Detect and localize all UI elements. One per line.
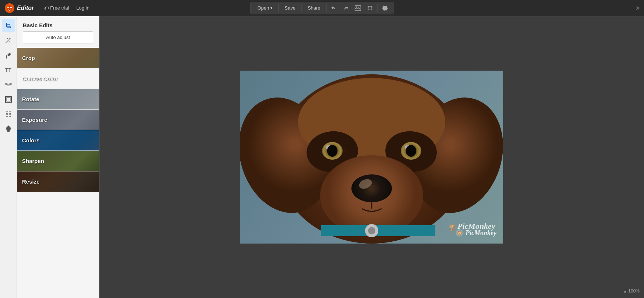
toolbar-divider-4 bbox=[378, 4, 378, 12]
image-button[interactable] bbox=[353, 4, 364, 13]
edit-item-rotate[interactable]: Rotate bbox=[17, 89, 99, 110]
save-button[interactable]: Save bbox=[281, 4, 299, 12]
auto-adjust-button[interactable]: Auto adjust bbox=[23, 31, 93, 43]
sidebar-item-paint[interactable] bbox=[2, 49, 15, 62]
sidebar-item-seasonal[interactable] bbox=[2, 122, 15, 135]
sidebar-item-effects[interactable] bbox=[2, 78, 15, 91]
edit-item-canvas-color[interactable]: Canvas Color bbox=[17, 68, 99, 89]
toolbar-divider-3 bbox=[326, 4, 327, 12]
edit-item-label-sharpen: Sharpen bbox=[17, 151, 99, 171]
wand-icon bbox=[5, 37, 12, 44]
nav-links: 🏷 Free trial Log in bbox=[41, 4, 92, 12]
topbar: Editor 🏷 Free trial Log in Open ▾ Save S… bbox=[0, 0, 644, 16]
chevron-down-icon: ▾ bbox=[270, 6, 272, 10]
toolbar-center: Open ▾ Save Share bbox=[250, 2, 393, 14]
undo-button[interactable] bbox=[329, 4, 339, 13]
edit-item-label-canvas-color: Canvas Color bbox=[17, 68, 99, 89]
svg-rect-7 bbox=[6, 96, 11, 102]
settings-button[interactable] bbox=[380, 4, 390, 13]
sidebar-item-touchup[interactable] bbox=[2, 34, 15, 47]
svg-point-24 bbox=[10, 116, 11, 117]
svg-point-18 bbox=[7, 114, 8, 115]
edit-item-label-colors: Colors bbox=[17, 130, 99, 150]
sidebar-item-crop-tool[interactable] bbox=[2, 19, 15, 32]
frame-icon bbox=[5, 96, 12, 103]
crop-icon bbox=[5, 22, 12, 29]
open-button[interactable]: Open ▾ bbox=[254, 4, 276, 12]
svg-point-12 bbox=[10, 111, 11, 112]
butterfly-icon bbox=[4, 81, 13, 88]
svg-point-2 bbox=[7, 7, 9, 8]
svg-point-14 bbox=[7, 113, 8, 114]
edit-item-resize[interactable]: Resize bbox=[17, 171, 99, 192]
resize-button[interactable] bbox=[365, 4, 375, 13]
canvas-area: 🐵 PicMonkey ▲ 100% bbox=[99, 16, 644, 298]
svg-point-3 bbox=[10, 7, 12, 8]
sidebar-item-text[interactable]: TT bbox=[2, 63, 15, 77]
logo-text: Editor bbox=[17, 5, 34, 11]
edit-item-sharpen[interactable]: Sharpen bbox=[17, 151, 99, 171]
text-icon: TT bbox=[5, 67, 11, 73]
edit-item-crop[interactable]: Crop bbox=[17, 48, 99, 68]
gear-icon bbox=[382, 5, 388, 11]
login-link[interactable]: Log in bbox=[74, 4, 92, 12]
close-button[interactable]: × bbox=[636, 4, 640, 12]
edit-item-label-crop: Crop bbox=[17, 48, 99, 68]
tag-icon: 🏷 bbox=[44, 6, 49, 11]
main-content: TT Basic Edit bbox=[0, 16, 644, 298]
main-image-container: 🐵 PicMonkey bbox=[240, 71, 503, 244]
edit-item-label-resize: Resize bbox=[17, 171, 99, 192]
edit-item-colors[interactable]: Colors bbox=[17, 130, 99, 151]
resize-icon bbox=[367, 5, 373, 11]
sidebar-item-frames[interactable] bbox=[2, 93, 15, 106]
sidebar-item-textures[interactable] bbox=[2, 107, 15, 121]
toolbar-divider-1 bbox=[278, 4, 279, 12]
edit-items-list: CropCanvas ColorRotateExposureColorsShar… bbox=[17, 48, 99, 192]
share-button[interactable]: Share bbox=[304, 4, 324, 12]
svg-point-11 bbox=[8, 111, 9, 112]
svg-point-9 bbox=[6, 111, 6, 112]
apple-icon bbox=[5, 125, 12, 133]
panel-title: Basic Edits bbox=[17, 16, 99, 31]
logo-area: Editor bbox=[0, 3, 38, 13]
svg-point-22 bbox=[7, 116, 8, 117]
edit-item-exposure[interactable]: Exposure bbox=[17, 110, 99, 130]
zoom-up-arrow: ▲ bbox=[623, 289, 627, 293]
svg-point-23 bbox=[8, 116, 9, 117]
svg-point-17 bbox=[6, 114, 6, 115]
image-icon bbox=[355, 5, 361, 11]
svg-point-19 bbox=[8, 114, 9, 115]
logo-icon bbox=[4, 3, 15, 13]
icon-sidebar: TT bbox=[0, 16, 17, 298]
edit-item-label-rotate: Rotate bbox=[17, 89, 99, 109]
edit-item-label-exposure: Exposure bbox=[17, 110, 99, 130]
paint-icon bbox=[5, 52, 12, 59]
svg-point-20 bbox=[10, 114, 11, 115]
svg-point-13 bbox=[6, 113, 6, 114]
redo-button[interactable] bbox=[341, 4, 351, 13]
free-trial-link[interactable]: 🏷 Free trial bbox=[41, 4, 72, 12]
panel-sidebar: Basic Edits Auto adjust CropCanvas Color… bbox=[17, 16, 99, 298]
zoom-level: 100% bbox=[628, 288, 640, 294]
zoom-indicator: ▲ 100% bbox=[623, 288, 640, 294]
watermark: 🐵 PicMonkey bbox=[455, 229, 496, 237]
svg-point-10 bbox=[7, 111, 8, 112]
toolbar-divider-2 bbox=[301, 4, 302, 12]
picmonkey-logo-icon: 🐵 bbox=[455, 229, 463, 237]
undo-icon bbox=[331, 5, 337, 11]
main-image bbox=[240, 71, 503, 244]
svg-point-21 bbox=[6, 116, 6, 117]
svg-rect-8 bbox=[7, 97, 10, 101]
svg-text:🐵: 🐵 bbox=[457, 230, 462, 235]
svg-point-16 bbox=[10, 113, 11, 114]
texture-icon bbox=[5, 110, 12, 118]
svg-point-15 bbox=[8, 113, 9, 114]
redo-icon bbox=[343, 5, 349, 11]
